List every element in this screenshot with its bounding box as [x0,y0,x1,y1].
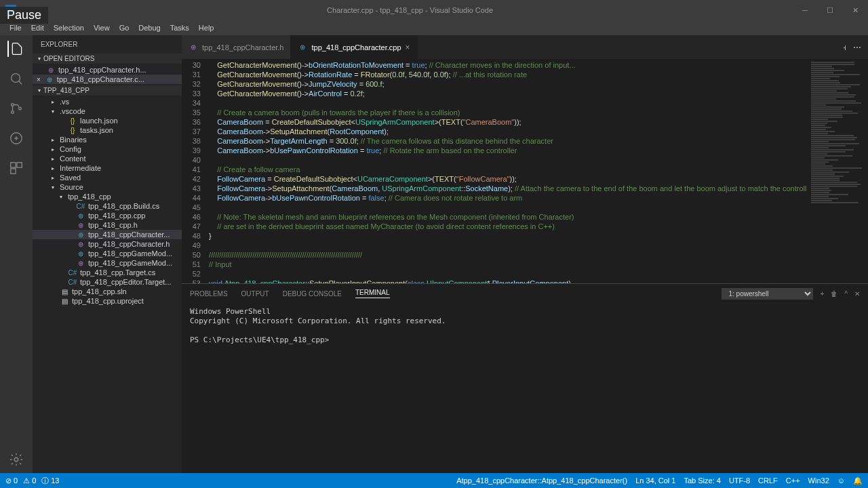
svg-point-9 [14,458,18,462]
open-editor-item[interactable]: ×⊕tpp_418_cppCharacter.c... [33,75,182,84]
tree-item[interactable]: ▸Saved [33,173,182,182]
open-editor-item[interactable]: ⊕tpp_418_cppCharacter.h... [33,65,182,75]
bottom-panel: PROBLEMSOUTPUTDEBUG CONSOLETERMINAL 1: p… [182,283,868,473]
status-language[interactable]: C++ [786,476,800,485]
editor-tabs: ⊕tpp_418_cppCharacter.h⊕tpp_418_cppChara… [182,35,868,59]
tree-item[interactable]: ▸Binaries [33,135,182,144]
svg-rect-6 [11,163,16,167]
tree-item[interactable]: ▾Source [33,182,182,192]
tree-item[interactable]: ⊕tpp_418_cppGameMod... [33,249,182,258]
svg-rect-8 [11,169,16,174]
tree-item[interactable]: ▸Content [33,154,182,163]
code-content[interactable]: GetCharacterMovement()->bOrientRotationT… [209,59,807,283]
status-eol[interactable]: CRLF [758,476,778,485]
tree-item[interactable]: ▾.vscode [33,106,182,116]
editor-body[interactable]: 3031323334353637383940414243444546474849… [182,59,868,283]
search-icon[interactable] [8,70,24,87]
sidebar-title: EXPLORER [33,35,182,54]
tree-item[interactable]: ⊕tpp_418_cpp.h [33,220,182,230]
tree-item[interactable]: ▤tpp_418_cpp.uproject [33,296,182,306]
status-info[interactable]: ⓘ 13 [41,476,59,486]
menu-go[interactable]: Go [115,22,134,33]
menu-edit[interactable]: Edit [27,22,48,33]
tree-item[interactable]: {}tasks.json [33,125,182,135]
pause-overlay: Pause [0,7,48,24]
status-tab-size[interactable]: Tab Size: 4 [684,476,720,485]
status-notif[interactable]: Win32 [808,476,829,485]
menu-selection[interactable]: Selection [50,22,88,33]
panel-tab-problems[interactable]: PROBLEMS [190,290,228,298]
tree-item[interactable]: ⊕tpp_418_cppCharacter.h [33,239,182,249]
status-breadcrumb[interactable]: Atpp_418_cppCharacter::Atpp_418_cppChara… [456,476,627,485]
explorer-icon[interactable] [7,41,24,57]
more-icon[interactable]: ⋯ [853,43,861,52]
editor-tab[interactable]: ⊕tpp_418_cppCharacter.h [182,35,291,59]
tree-item[interactable]: ▸Config [33,144,182,154]
status-ln-col[interactable]: Ln 34, Col 1 [635,476,675,485]
editor-tab[interactable]: ⊕tpp_418_cppCharacter.cpp× [291,35,417,59]
menubar: FileEditSelectionViewGoDebugTasksHelp [0,20,868,35]
panel-tab-output[interactable]: OUTPUT [241,290,269,298]
status-encoding[interactable]: UTF-8 [729,476,750,485]
svg-point-4 [19,107,22,110]
split-icon[interactable]: ⫞ [842,43,846,52]
open-editors-list: ⊕tpp_418_cppCharacter.h...×⊕tpp_418_cppC… [33,64,182,85]
extensions-icon[interactable] [8,160,24,176]
window-title: Character.cpp - tpp_418_cpp - Visual Stu… [22,6,798,14]
new-terminal-icon[interactable]: + [820,290,824,298]
svg-point-3 [12,111,14,114]
terminal-select[interactable]: 1: powershell [722,288,813,300]
menu-debug[interactable]: Debug [134,22,164,33]
menu-tasks[interactable]: Tasks [166,22,193,33]
tree-item[interactable]: C#tpp_418_cpp.Target.cs [33,268,182,277]
panel-tabs: PROBLEMSOUTPUTDEBUG CONSOLETERMINAL 1: p… [182,284,868,303]
tree-item[interactable]: ⊕tpp_418_cppCharacter... [33,230,182,239]
svg-line-1 [19,81,22,85]
line-gutter: 3031323334353637383940414243444546474849… [182,59,209,283]
svg-rect-7 [17,163,22,167]
minimap[interactable] [807,59,868,283]
debug-icon[interactable] [8,130,24,146]
kill-terminal-icon[interactable]: 🗑 [831,290,837,298]
status-warnings[interactable]: ⚠ 0 [23,476,36,485]
tree-item[interactable]: ▸.vs [33,97,182,106]
status-errors[interactable]: ⊘ 0 [5,476,18,485]
panel-tab-debug-console[interactable]: DEBUG CONSOLE [283,290,342,298]
panel-up-icon[interactable]: ^ [844,290,848,298]
file-tree: ▸.vs▾.vscode{}launch.json{}tasks.json▸Bi… [33,96,182,307]
svg-point-2 [12,104,14,106]
svg-point-0 [12,74,20,83]
tree-item[interactable]: ⊕tpp_418_cppGameMod... [33,258,182,268]
panel-tab-terminal[interactable]: TERMINAL [355,289,390,298]
settings-icon[interactable] [8,451,24,468]
tree-item[interactable]: C#tpp_418_cpp.Build.cs [33,201,182,211]
panel-close-icon[interactable]: ✕ [854,290,860,298]
editor-area: ⊕tpp_418_cppCharacter.h⊕tpp_418_cppChara… [182,35,868,473]
menu-file[interactable]: File [5,22,26,33]
statusbar: ⊘ 0 ⚠ 0 ⓘ 13 Atpp_418_cppCharacter::Atpp… [0,473,868,488]
tree-item[interactable]: ⊕tpp_418_cpp.cpp [33,211,182,220]
status-feedback-icon[interactable]: ☺ [837,476,845,485]
source-control-icon[interactable] [8,100,24,117]
tree-item[interactable]: C#tpp_418_cppEditor.Target... [33,277,182,287]
menu-help[interactable]: Help [195,22,218,33]
open-editors-header[interactable]: OPEN EDITORS [33,54,182,64]
maximize-button[interactable]: ☐ [823,5,837,16]
tree-item[interactable]: ▾tpp_418_cpp [33,192,182,201]
terminal-body[interactable]: Windows PowerShell Copyright (C) Microso… [182,303,868,473]
sidebar: EXPLORER OPEN EDITORS ⊕tpp_418_cppCharac… [33,35,182,473]
titlebar: Character.cpp - tpp_418_cpp - Visual Stu… [0,0,868,20]
tree-item[interactable]: {}launch.json [33,116,182,125]
minimize-button[interactable]: ─ [798,5,812,16]
tree-item[interactable]: ▸Intermediate [33,163,182,173]
tree-item[interactable]: ▤tpp_418_cpp.sln [33,287,182,296]
status-bell-icon[interactable]: 🔔 [853,476,863,485]
menu-view[interactable]: View [90,22,114,33]
activity-bar [0,35,33,473]
project-header[interactable]: TPP_418_CPP [33,85,182,96]
close-button[interactable]: ✕ [848,5,863,16]
